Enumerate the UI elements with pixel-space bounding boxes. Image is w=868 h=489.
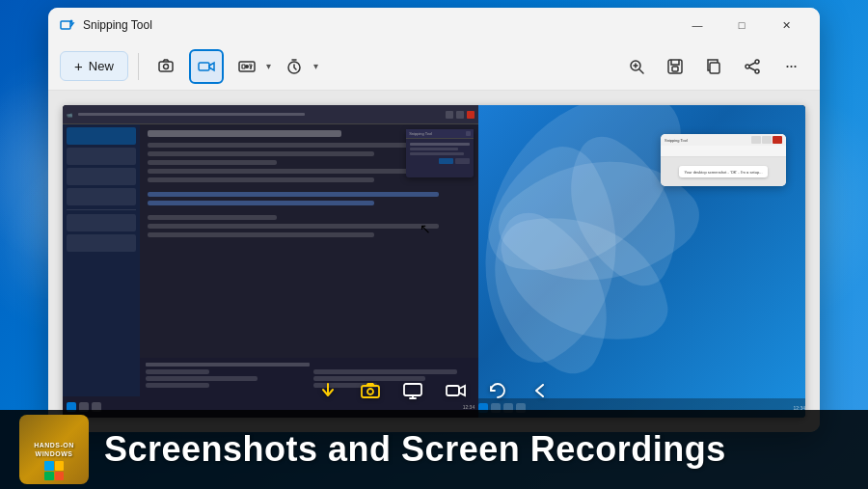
screenshot-preview: 📹 bbox=[63, 105, 805, 418]
svg-rect-2 bbox=[159, 62, 173, 71]
fake-line-2 bbox=[148, 151, 374, 156]
fake-line-1 bbox=[148, 143, 439, 148]
svg-rect-0 bbox=[61, 21, 70, 29]
fake-link-line-1 bbox=[148, 192, 439, 197]
preview-inner: 📹 bbox=[63, 105, 805, 418]
bottom-icon-camera[interactable] bbox=[357, 377, 384, 404]
save-button[interactable] bbox=[658, 49, 692, 84]
sidebar-item-1 bbox=[67, 127, 136, 145]
new-plus-icon: + bbox=[74, 58, 83, 74]
gif-dropdown-arrow[interactable]: ▾ bbox=[266, 61, 271, 71]
mini-content: Your desktop screenshot - 'OK' - I'm a s… bbox=[661, 157, 786, 186]
zoom-in-button[interactable] bbox=[619, 49, 654, 84]
svg-rect-4 bbox=[199, 63, 209, 70]
bottom-icon-arrow-back[interactable] bbox=[527, 377, 554, 404]
sidebar-item-5 bbox=[67, 214, 136, 231]
svg-rect-19 bbox=[447, 386, 459, 395]
banner-logo: HANDS-ON WINDOWS bbox=[19, 415, 89, 484]
bottom-icon-arrow-down[interactable] bbox=[314, 377, 341, 404]
timer-tool-button[interactable] bbox=[277, 49, 312, 84]
toolbar-right-section: ··· bbox=[619, 49, 808, 84]
sidebar-item-3 bbox=[67, 168, 136, 185]
maximize-button[interactable]: □ bbox=[719, 11, 764, 40]
close-button[interactable]: ✕ bbox=[764, 11, 808, 40]
mini-speech-bubble: Your desktop screenshot - 'OK' - I'm a s… bbox=[679, 166, 767, 177]
svg-point-1 bbox=[70, 20, 73, 23]
window-title: Snipping Tool bbox=[83, 18, 675, 32]
svg-point-3 bbox=[163, 64, 168, 68]
svg-rect-18 bbox=[404, 384, 421, 395]
mini-snipping-window: Snipping Tool Your desktop screenshot - … bbox=[661, 134, 786, 186]
banner-logo-text: HANDS-ON WINDOWS bbox=[19, 439, 89, 460]
main-toolbar: + New bbox=[48, 42, 820, 91]
screenshot-tool-button[interactable] bbox=[149, 49, 183, 84]
svg-point-14 bbox=[746, 65, 749, 68]
mini-toolbar bbox=[661, 146, 786, 157]
bottom-icon-rotate[interactable] bbox=[484, 377, 511, 404]
svg-rect-16 bbox=[362, 386, 379, 397]
toolbar-separator-1 bbox=[138, 53, 139, 80]
fake-line-4 bbox=[148, 169, 439, 174]
preview-left-panel: 📹 bbox=[63, 105, 478, 418]
banner-title-text: Screenshots and Screen Recordings bbox=[104, 429, 726, 470]
fake-line-8 bbox=[148, 232, 374, 237]
mini-title-bar: Snipping Tool bbox=[661, 134, 786, 146]
svg-point-17 bbox=[367, 389, 373, 394]
title-bar: Snipping Tool — □ ✕ bbox=[48, 8, 820, 42]
fake-title-line bbox=[148, 130, 341, 137]
gif-tool-button[interactable] bbox=[230, 49, 264, 84]
recording-toolbar: 📹 bbox=[63, 105, 478, 124]
mini-controls bbox=[751, 136, 782, 144]
bottom-icon-monitor[interactable] bbox=[399, 377, 426, 404]
copy-button[interactable] bbox=[696, 49, 731, 84]
mini-title-text: Snipping Tool bbox=[665, 138, 749, 143]
preview-main-content: Snipping Tool bbox=[140, 124, 478, 396]
window-controls: — □ ✕ bbox=[675, 11, 808, 40]
sidebar-item-2 bbox=[67, 148, 136, 165]
new-button[interactable]: + New bbox=[60, 51, 128, 81]
timer-dropdown-arrow[interactable]: ▾ bbox=[313, 61, 318, 71]
share-button[interactable] bbox=[735, 49, 770, 84]
preview-right-panel: Snipping Tool Your desktop screenshot - … bbox=[478, 105, 805, 418]
svg-rect-12 bbox=[710, 63, 719, 73]
svg-point-13 bbox=[755, 60, 759, 64]
bottom-icon-video[interactable] bbox=[442, 377, 469, 404]
sidebar-item-4 bbox=[67, 188, 136, 205]
gif-tool-group: ▾ bbox=[230, 49, 271, 84]
svg-point-15 bbox=[755, 69, 759, 73]
snipping-tool-window: Snipping Tool — □ ✕ + New bbox=[48, 8, 820, 432]
bottom-banner: HANDS-ON WINDOWS Screenshots and Screen … bbox=[0, 410, 868, 489]
mini-min-btn bbox=[751, 136, 761, 144]
more-options-button[interactable]: ··· bbox=[773, 49, 808, 84]
fake-link-line-2 bbox=[148, 201, 374, 205]
video-record-tool-button[interactable] bbox=[189, 49, 224, 84]
bottom-icons-bar bbox=[314, 377, 554, 404]
timer-tool-group: ▾ bbox=[277, 49, 318, 84]
app-icon bbox=[60, 17, 75, 33]
minimize-button[interactable]: — bbox=[675, 11, 719, 40]
fake-line-5 bbox=[148, 177, 374, 182]
svg-point-6 bbox=[245, 65, 249, 68]
sidebar-item-6 bbox=[67, 234, 136, 252]
mini-bubble-text: Your desktop screenshot - 'OK' - I'm a s… bbox=[684, 170, 762, 175]
fake-line-3 bbox=[148, 160, 277, 165]
svg-rect-11 bbox=[672, 67, 678, 71]
svg-rect-7 bbox=[242, 65, 245, 68]
fake-line-7 bbox=[148, 224, 439, 229]
preview-sidebar bbox=[63, 124, 140, 396]
mini-max-btn bbox=[762, 136, 772, 144]
fake-line-6 bbox=[148, 215, 277, 220]
new-label: New bbox=[89, 59, 114, 73]
mini-close-btn bbox=[773, 136, 782, 144]
